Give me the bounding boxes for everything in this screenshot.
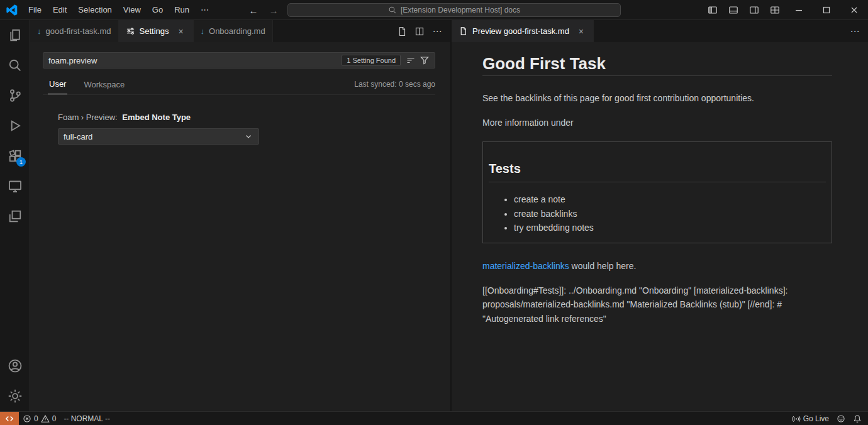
- close-window-button[interactable]: [840, 0, 868, 20]
- scope-tab-workspace[interactable]: Workspace: [82, 77, 126, 94]
- preview-file-icon: [459, 26, 468, 36]
- embedded-note-card: Tests create a note create backlinks try…: [482, 141, 832, 243]
- tab-label: good-first-task.md: [46, 26, 111, 36]
- menu-run[interactable]: Run: [169, 0, 195, 20]
- embed-note-list: create a note create backlinks try embed…: [489, 192, 826, 235]
- list-item: create a note: [514, 192, 826, 207]
- menu-selection[interactable]: Selection: [72, 0, 117, 20]
- command-center-label: [Extension Development Host] docs: [401, 6, 520, 14]
- command-center-search[interactable]: [Extension Development Host] docs: [287, 3, 621, 17]
- menu-more-icon[interactable]: ⋯: [195, 0, 214, 20]
- menu-bar: File Edit Selection View Go Run ⋯: [23, 0, 214, 20]
- remote-indicator[interactable]: [0, 412, 19, 425]
- notifications-bell-icon[interactable]: [849, 412, 865, 425]
- window-controls: [702, 0, 868, 20]
- toggle-secondary-sidebar-icon[interactable]: [743, 0, 764, 20]
- settings-scope-tabs: User Workspace Last synced: 0 secs ago: [43, 76, 435, 95]
- nav-forward-icon[interactable]: →: [267, 5, 280, 16]
- vscode-logo-icon: [6, 4, 18, 16]
- menu-edit[interactable]: Edit: [47, 0, 72, 20]
- setting-title: Foam › Preview: Embed Note Type: [58, 113, 435, 122]
- extensions-badge: 1: [16, 157, 26, 167]
- list-item: try embedding notes: [514, 221, 826, 235]
- editor-actions-right: ⋯: [848, 20, 868, 42]
- run-debug-icon[interactable]: [0, 111, 30, 141]
- tab-label: Settings: [140, 26, 169, 36]
- settings-count-badge: 1 Setting Found: [342, 55, 401, 66]
- tab-onboarding[interactable]: ↓ Onboarding.md: [194, 20, 273, 42]
- errors-count: 0: [34, 414, 38, 423]
- remote-explorer-icon[interactable]: [0, 171, 30, 201]
- settings-gear-icon[interactable]: [0, 381, 30, 411]
- last-synced-label: Last synced: 0 secs ago: [354, 80, 435, 94]
- activity-bar: 1: [0, 20, 30, 411]
- extensions-icon[interactable]: 1: [0, 141, 30, 171]
- chevron-down-icon: [243, 131, 253, 141]
- search-icon: [388, 6, 397, 14]
- markdown-preview: Good First Task See the backlinks of thi…: [452, 42, 868, 326]
- embed-note-type-select[interactable]: full-card: [58, 128, 259, 145]
- go-live-button[interactable]: Go Live: [788, 412, 833, 425]
- nav-back-icon[interactable]: ←: [247, 5, 260, 16]
- errors-icon: [23, 414, 31, 423]
- clear-search-results-icon[interactable]: [404, 53, 418, 67]
- vim-mode-status[interactable]: -- NORMAL --: [60, 412, 114, 425]
- materialized-backlinks-link[interactable]: materialized-backlinks: [482, 261, 569, 271]
- settings-search-input[interactable]: foam.preview 1 Setting Found: [43, 52, 435, 69]
- status-bar: 0 0 -- NORMAL -- Go Live: [0, 411, 868, 425]
- vscode-window: File Edit Selection View Go Run ⋯ ← → [E…: [0, 0, 868, 425]
- status-bar-right: Go Live: [788, 412, 868, 425]
- menu-go[interactable]: Go: [147, 0, 169, 20]
- search-sidebar-icon[interactable]: [0, 50, 30, 80]
- tab-good-first-task[interactable]: ↓ good-first-task.md: [30, 20, 119, 42]
- explorer-icon[interactable]: [0, 20, 30, 50]
- broadcast-icon: [792, 414, 801, 423]
- problems-status[interactable]: 0 0: [19, 412, 60, 425]
- editor-actions-left: ⋯: [395, 20, 450, 42]
- embed-note-title: Tests: [489, 161, 826, 182]
- feedback-icon[interactable]: [833, 412, 849, 425]
- more-actions-icon[interactable]: ⋯: [430, 25, 444, 38]
- accounts-icon[interactable]: [0, 351, 30, 381]
- toggle-panel-icon[interactable]: [723, 0, 743, 20]
- toggle-primary-sidebar-icon[interactable]: [702, 0, 723, 20]
- link-suffix-text: would help here.: [569, 261, 637, 271]
- customize-layout-icon[interactable]: [764, 0, 785, 20]
- command-center-area: ← → [Extension Development Host] docs: [247, 0, 621, 20]
- editor-group-right: Preview good-first-task.md × ⋯ Good Firs…: [452, 20, 868, 411]
- warnings-count: 0: [52, 414, 57, 423]
- settings-search-value: foam.preview: [48, 56, 342, 65]
- close-tab-icon[interactable]: ×: [576, 26, 586, 36]
- split-editor-icon[interactable]: [413, 25, 426, 38]
- filter-settings-icon[interactable]: [418, 53, 431, 67]
- select-value: full-card: [64, 132, 92, 141]
- tab-label: Preview good-first-task.md: [472, 26, 569, 36]
- close-tab-icon[interactable]: ×: [176, 26, 186, 36]
- source-control-icon[interactable]: [0, 80, 30, 111]
- remote-icon: [4, 414, 14, 424]
- preview-heading: Good First Task: [482, 54, 832, 76]
- markdown-file-icon: ↓: [37, 26, 42, 36]
- link-references-paragraph: [[Onboarding#Tests]]: ../Onboarding.md "…: [482, 284, 832, 326]
- tab-settings[interactable]: Settings ×: [119, 20, 194, 42]
- maximize-button[interactable]: [813, 0, 840, 20]
- settings-editor: foam.preview 1 Setting Found User Worksp…: [30, 42, 450, 145]
- menu-file[interactable]: File: [23, 0, 47, 20]
- menu-view[interactable]: View: [118, 0, 147, 20]
- warnings-icon: [41, 414, 50, 423]
- tab-label: Onboarding.md: [209, 26, 265, 36]
- scope-tab-user[interactable]: User: [48, 76, 67, 94]
- open-settings-json-icon[interactable]: [395, 25, 409, 38]
- vim-mode-label: -- NORMAL --: [64, 414, 110, 423]
- more-actions-icon[interactable]: ⋯: [848, 25, 862, 38]
- settings-sliders-icon: [126, 26, 135, 36]
- list-item: create backlinks: [514, 207, 826, 221]
- preview-link-paragraph: materialized-backlinks would help here.: [482, 260, 832, 272]
- go-live-label: Go Live: [803, 414, 829, 423]
- setting-category: Foam › Preview:: [58, 113, 118, 122]
- activity-bar-spacer: [0, 231, 30, 351]
- minimize-button[interactable]: [785, 0, 813, 20]
- tab-preview-good-first-task[interactable]: Preview good-first-task.md ×: [452, 20, 594, 42]
- windows-panels-icon[interactable]: [0, 201, 30, 231]
- tab-strip-right: Preview good-first-task.md × ⋯: [452, 20, 868, 42]
